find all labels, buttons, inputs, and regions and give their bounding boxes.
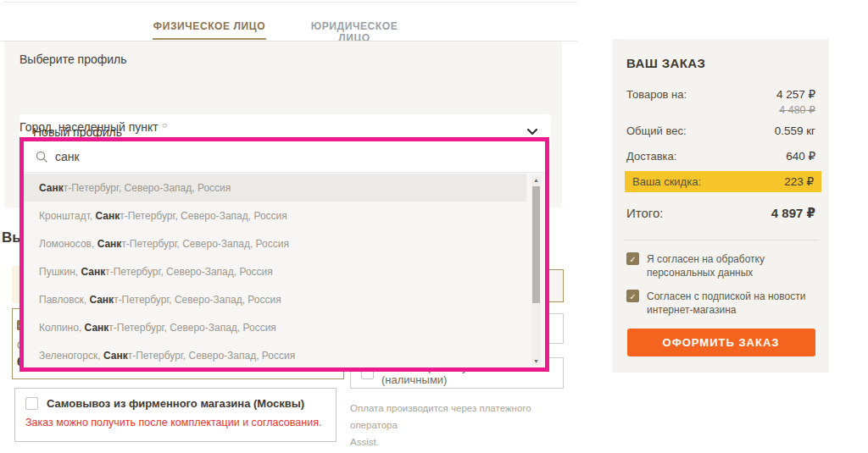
order-row-discount: Ваша скидка: 223 ₽ [625, 171, 821, 192]
payment-note-line1: Оплата производится через платежного опе… [350, 400, 570, 434]
order-divider [623, 240, 819, 240]
city-search-value: санк [55, 150, 80, 163]
pickup-warning-text: Заказ можно получить после комплектации … [25, 417, 326, 428]
scrollbar-thumb[interactable] [532, 186, 540, 303]
payment-note: Оплата производится через платежного опе… [350, 400, 570, 450]
list-item[interactable]: Колпино, Санкт-Петербург, Северо-Запад, … [24, 313, 526, 341]
payment-note-line2: Assist. [350, 434, 570, 450]
list-item[interactable]: Пушкин, Санкт-Петербург, Северо-Запад, Р… [24, 257, 526, 285]
order-row-weight: Общий вес: 0.559 кг [626, 124, 815, 137]
combobox-marker-icon: ≎ [162, 121, 169, 130]
personal-data-checkbox[interactable]: ✓ [626, 252, 639, 265]
order-summary-panel: ВАШ ЗАКАЗ Товаров на: 4 257 ₽ 4 480 ₽ Об… [613, 39, 829, 373]
list-item[interactable]: Зеленогорск, Санкт-Петербург, Северо-Зап… [24, 341, 526, 369]
dropdown-scrollbar[interactable]: ▲ ▼ [531, 175, 541, 366]
city-search-input[interactable]: санк [24, 141, 545, 173]
chevron-down-icon [527, 129, 537, 135]
city-autocomplete-dropdown: санк Санкт-Петербург, Северо-Запад, Росс… [19, 137, 549, 372]
list-item[interactable]: Ломоносов, Санкт-Петербург, Северо-Запад… [24, 229, 526, 257]
order-row-items: Товаров на: 4 257 ₽ [626, 87, 815, 101]
tab-individual[interactable]: ФИЗИЧЕСКОЕ ЛИЦО [153, 20, 266, 32]
order-old-price: 4 480 ₽ [626, 103, 815, 116]
pickup-option-box[interactable]: Самовывоз из фирменного магазина (Москвы… [14, 388, 337, 442]
order-row-shipping: Доставка: 640 ₽ [626, 149, 815, 163]
order-row-total: Итого: 4 897 ₽ [626, 206, 815, 221]
list-item[interactable]: Санкт-Петербург, Северо-Запад, Россия [24, 174, 526, 202]
scroll-down-icon[interactable]: ▼ [531, 356, 541, 366]
pickup-checkbox[interactable] [25, 397, 38, 410]
agreement-newsletter: ✓ Согласен с подпиской на новости интерн… [626, 290, 815, 317]
list-item[interactable]: Павловск, Санкт-Петербург, Северо-Запад,… [24, 285, 526, 313]
top-divider [4, 2, 577, 3]
place-order-button[interactable]: ОФОРМИТЬ ЗАКАЗ [627, 329, 815, 356]
agreement-personal-data: ✓ Я согласен на обработку персональных д… [626, 252, 815, 279]
city-label: Город, населенный пункт ≎ [19, 120, 168, 134]
tab-individual-label: ФИЗИЧЕСКОЕ ЛИЦО [153, 20, 265, 32]
active-tab-underline [153, 38, 266, 40]
pickup-title: Самовывоз из фирменного магазина (Москвы… [47, 397, 304, 410]
order-title: ВАШ ЗАКАЗ [626, 56, 815, 70]
profile-label: Выберите профиль [19, 52, 127, 66]
newsletter-checkbox[interactable]: ✓ [626, 290, 639, 302]
list-item[interactable]: Кронштадт, Санкт-Петербург, Северо-Запад… [24, 202, 526, 229]
scroll-up-icon[interactable]: ▲ [531, 175, 541, 185]
search-icon [36, 151, 47, 163]
city-suggestion-list: Санкт-Петербург, Северо-Запад, Россия Кр… [24, 174, 545, 367]
